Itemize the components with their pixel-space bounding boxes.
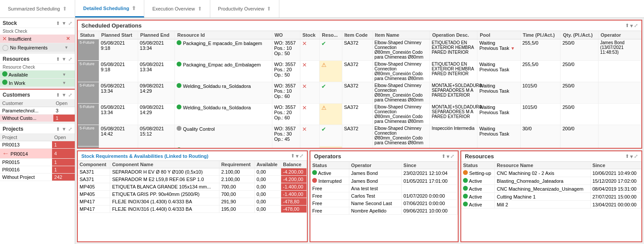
resources-panel-filter-icon[interactable]: ▼: [629, 154, 634, 159]
stock-filter-icon[interactable]: ▼: [62, 21, 66, 26]
scheduled-ops-scroll[interactable]: Status Planned Start Planned End Resourc…: [78, 31, 641, 149]
upload-icon-3[interactable]: ⬆: [267, 6, 271, 12]
sched-filter-icon[interactable]: ▼: [629, 23, 634, 28]
ops-row-2[interactable]: 5-Future 05/08/202113:34 09/08/202114:29…: [78, 82, 641, 104]
ops-operator-3: [598, 104, 641, 125]
customers-filter-icon[interactable]: ▼: [62, 92, 66, 98]
operators-expand-icon[interactable]: ⤢: [450, 153, 454, 159]
project-row-4[interactable]: Without Project 242: [0, 174, 75, 181]
sr-req-2: 700,00: [219, 183, 254, 191]
ops-start-5: 05/08/202115:12: [99, 146, 138, 149]
ops-end-5: 06/08/202110:37: [138, 146, 175, 149]
col-wo: WO: [272, 31, 300, 39]
stock-reqs-upload-icon[interactable]: ⬆: [291, 153, 295, 159]
stock-title: Stock: [3, 20, 54, 26]
operators-upload-icon[interactable]: ⬆: [442, 153, 446, 159]
op-since-5: 09/06/2021 10:00:00: [401, 207, 457, 215]
customer-row-1[interactable]: Without Custo... 1: [0, 115, 75, 122]
res-since-0: 10/06/2021 10:49:00: [590, 169, 641, 177]
resources-expand-icon[interactable]: ⤢: [68, 56, 72, 62]
op-row-0[interactable]: Active James Bond 23/02/2021 12:10:04: [310, 169, 457, 177]
no-req-dropdown[interactable]: ▾: [65, 45, 68, 50]
operators-filter-icon[interactable]: ▼: [446, 154, 450, 159]
project-row-3[interactable]: PR0016 1: [0, 166, 75, 174]
resources-panel-upload-icon[interactable]: ⬆: [625, 153, 629, 159]
op-row-2[interactable]: Free Ana test test: [310, 185, 457, 192]
resources-panel-expand-icon[interactable]: ⤢: [634, 153, 638, 159]
project-row-1[interactable]: ← PR0014 4: [0, 149, 75, 159]
sched-expand-icon[interactable]: ⤢: [634, 23, 638, 28]
projects-expand-icon[interactable]: ⤢: [68, 126, 72, 132]
ops-name-4: Elbow-Shaped Chimney Connection Ø80mm_Co…: [372, 125, 430, 146]
sr-row-2[interactable]: MP405 ETIQUETA BLANCA GRANDE 105x134 mm.…: [78, 183, 307, 191]
ops-row-5[interactable]: 5-Future 05/08/202115:12 06/08/202110:37…: [78, 146, 641, 149]
operators-scroll[interactable]: Status Operator Since Active James Bond …: [310, 162, 458, 241]
customers-expand-icon[interactable]: ⤢: [68, 92, 72, 98]
res-row-2[interactable]: Active CNC Machining_Mecanizado_Usinagem…: [461, 185, 641, 193]
available-dot: [2, 71, 7, 77]
ops-opdesc-3: MONTAJE+SOLDADURA SEPARADORES M A PARED …: [430, 104, 477, 125]
top-navigation: Summarized Scheduling ⬆ Detailed Schedul…: [0, 0, 644, 18]
ops-code-1: SA372: [342, 61, 372, 82]
ops-name-3: Elbow-Shaped Chimney Connection Ø80mm_Co…: [372, 104, 430, 125]
op-row-3[interactable]: Free Carlos Test 01/07/2020 0:00:00: [310, 192, 457, 200]
customer-row-0[interactable]: Parametechnol... 3: [0, 107, 75, 115]
customers-section-header: Customers ⬆ ▼ ⤢: [0, 89, 75, 100]
project-row-0[interactable]: PR0013 1: [0, 141, 75, 149]
project-row-2[interactable]: PR0015 1: [0, 159, 75, 166]
sr-row-3[interactable]: MP405 ETIQUETA GRIS PP. 90x40mm (2500/R)…: [78, 191, 307, 198]
ops-row-4[interactable]: 5-Future 05/08/202114:42 05/08/202115:12…: [78, 125, 641, 146]
res-row-3[interactable]: Active Cutting Machine 1 27/07/2021 15:0…: [461, 193, 641, 201]
ops-row-1[interactable]: 5-Future 05/08/20219:18 05/08/202113:34 …: [78, 61, 641, 82]
stock-row-no-requirements[interactable]: ◯ No Requirements ▾: [0, 43, 75, 52]
ops-operator-2: [598, 82, 641, 104]
ops-row-0[interactable]: 5-Future 05/08/20219:18 05/08/202113:34 …: [78, 39, 641, 61]
no-requirements-label: No Requirements: [10, 45, 48, 50]
ops-wo-4: WO: 3557Pos.: 30Op.: 45: [272, 125, 300, 146]
sr-row-4[interactable]: MP417 FLEJE INOX/304 (1.430I) 0.4/333 BA…: [78, 198, 307, 206]
resource-row-available[interactable]: Available ▾: [0, 70, 75, 79]
res-col-name: Resource Name: [495, 162, 591, 169]
reso-check-0: ✔: [321, 40, 326, 47]
stock-row-insufficient[interactable]: ✕ Insufficient ✕: [0, 35, 75, 43]
resources-upload-icon[interactable]: ⬆: [56, 56, 60, 62]
sr-row-1[interactable]: SA371 SEPARADOR M E2 L59,8 REF.06 ESP 1.…: [78, 176, 307, 183]
op-row-5[interactable]: Free Nombre Apellido 09/06/2021 10:00:00: [310, 207, 457, 215]
upload-icon-2[interactable]: ⬆: [198, 6, 202, 12]
stock-upload-icon[interactable]: ⬆: [56, 21, 60, 26]
stock-reqs-expand-icon[interactable]: ⤢: [299, 153, 303, 159]
resource-row-in-work[interactable]: In Work ▾: [0, 79, 75, 87]
res-row-4[interactable]: Active Mill 2 13/04/2021 00:00:00: [461, 201, 641, 209]
sr-row-0[interactable]: SA371 SEPARADOR H EV Ø 80 Y Ø100 (0,5x10…: [78, 168, 307, 176]
col-qty: Qty. (Pl./Act.): [560, 31, 598, 39]
customers-upload-icon[interactable]: ⬆: [56, 92, 60, 98]
sr-row-5[interactable]: MP417 FLEJE INOX/316 (1.440I) 0.4/333 BA…: [78, 206, 307, 213]
nav-productivity-overview[interactable]: Productivity Overview ⬆: [210, 0, 280, 17]
res-dot-3: [177, 105, 181, 109]
projects-filter-icon[interactable]: ▼: [62, 126, 66, 132]
nav-summarized-scheduling[interactable]: Summarized Scheduling ⬆: [0, 0, 75, 17]
projects-upload-icon[interactable]: ⬆: [56, 126, 60, 132]
close-insufficient[interactable]: ✕: [66, 36, 70, 41]
in-work-dropdown[interactable]: ▾: [63, 80, 66, 85]
nav-detailed-scheduling[interactable]: Detailed Scheduling ⬆: [75, 0, 144, 17]
upload-icon-1[interactable]: ⬆: [132, 5, 136, 11]
stock-filter-table: ✕ Insufficient ✕ ◯ No Requirements ▾: [0, 35, 75, 52]
ops-reso-1: ⚠: [320, 61, 342, 82]
resources-filter-icon[interactable]: ▼: [62, 56, 66, 62]
res-row-0[interactable]: Setting-up CNC Machining 02 - 2 Axis 10/…: [461, 169, 641, 177]
res-status-0: Setting-up: [461, 169, 495, 177]
nav-execution-overview[interactable]: Execution Overview ⬆: [144, 0, 210, 17]
ops-row-3[interactable]: 5-Future 05/08/202113:34 09/08/202114:29…: [78, 104, 641, 125]
op-row-4[interactable]: Free Name Second Last 07/06/2021 0:00:00: [310, 200, 457, 207]
stock-reqs-filter-icon[interactable]: ▼: [295, 153, 299, 159]
stock-reqs-scroll[interactable]: Component Component Name Requirement Ava…: [78, 161, 307, 241]
available-dropdown[interactable]: ▾: [63, 72, 66, 77]
upload-icon-0[interactable]: ⬆: [63, 6, 67, 12]
resources-panel-scroll[interactable]: Status Resource Name Since Setting-up CN…: [461, 162, 641, 241]
sched-upload-icon[interactable]: ⬆: [625, 23, 629, 28]
stock-expand-icon[interactable]: ⤢: [68, 21, 72, 26]
sr-name-0: SEPARADOR H EV Ø 80 Y Ø100 (0,5x10): [110, 168, 219, 176]
res-row-1[interactable]: Active Blasting_Chorreado_Jateadora 15/1…: [461, 177, 641, 185]
op-row-1[interactable]: Interrupted James Bond 01/05/2021 17:01:…: [310, 177, 457, 185]
